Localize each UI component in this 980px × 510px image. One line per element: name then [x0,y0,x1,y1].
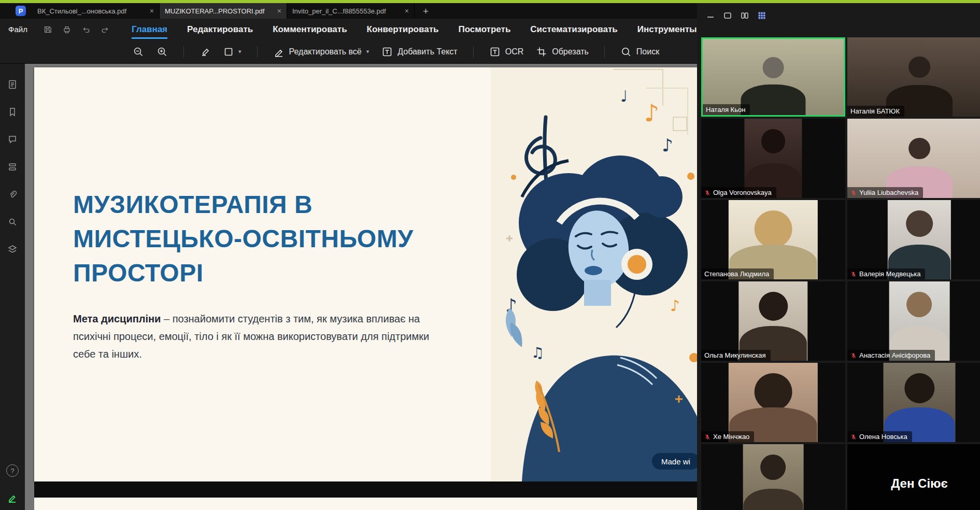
participant-name: Олена Новська [859,433,907,441]
add-text-button[interactable]: Добавить Текст [381,46,457,58]
person-silhouette-head [908,56,930,78]
participant-name: Olga Voronovskaya [713,189,772,196]
tab-tools[interactable]: Инструменты [637,20,697,39]
document-tab-3[interactable]: Invito_per_il_C...f8855553e.pdf × [287,3,415,19]
search-icon [620,46,632,58]
participant-name-label: Yuliia Liubachevska [847,187,923,198]
participant-name: Хе Мінчжао [713,433,749,441]
participant-tile[interactable]: Олена Новська [847,363,980,442]
participant-tile[interactable]: Yuliia Liubachevska [847,119,980,198]
person-silhouette-head [763,57,784,78]
redo-icon[interactable] [101,25,110,34]
zoom-window: Наталя КьонНаталія БАТЮКOlga Voronovskay… [697,3,980,510]
document-canvas[interactable]: МУЗИКОТЕРАПІЯ В МИСТЕЦЬКО-ОСВІТНЬОМУ ПРО… [25,64,697,510]
person-silhouette-torso [741,84,805,115]
gallery-grid-icon[interactable] [758,11,766,20]
person-silhouette-head [761,129,786,153]
screen-share-border [0,0,980,3]
shape-rect-icon [223,47,234,57]
new-tab-button[interactable]: + [423,6,429,16]
participant-tile[interactable]: Ден Сіює [847,444,980,510]
participant-name-label: Валерія Медвецька [847,268,925,279]
add-text-label: Добавить Текст [397,47,457,56]
minimize-icon[interactable] [706,11,715,20]
thumbnails-panel-icon[interactable] [7,79,18,90]
participant-tile[interactable]: Хе Мінчжао [701,363,845,442]
participant-tile[interactable]: Olga Voronovskaya [701,119,845,198]
bookmarks-panel-icon[interactable] [7,107,18,117]
participant-tile[interactable]: Степанова Людмила [701,200,845,279]
pdfelement-logo[interactable]: P [16,6,26,16]
side-by-side-view-icon[interactable] [741,11,749,20]
tab-organize[interactable]: Систематизировать [530,20,617,39]
annotate-pencil-button[interactable] [7,492,18,504]
participant-name-label: Наталя Кьон [703,104,750,115]
participant-name-label: Хе Мінчжао [701,431,754,442]
ocr-button[interactable]: OCR [489,46,524,58]
tab-view[interactable]: Посмотреть [458,20,510,39]
participant-name-label: Наталія БАТЮК [847,106,904,117]
slide-title: МУЗИКОТЕРАПІЯ В МИСТЕЦЬКО-ОСВІТНЬОМУ ПРО… [73,188,414,290]
edit-pencil-icon [273,46,285,58]
quick-actions [43,25,110,34]
document-tab-2-active[interactable]: MUZIKOTERAP...PROSTORI.pdf × [160,3,287,19]
edit-all-button[interactable]: Редактировать всё ▾ [273,46,370,58]
participant-name-label: Олена Новська [847,431,912,442]
save-icon[interactable] [43,25,52,34]
participant-name-label: Степанова Людмила [701,268,774,279]
tab-close-icon[interactable]: × [150,7,154,15]
pdf-page-2[interactable] [34,498,697,510]
layers-panel-icon[interactable] [7,244,18,254]
speaker-view-icon[interactable] [723,11,732,20]
tab-label: MUZIKOTERAP...PROSTORI.pdf [165,7,273,15]
participant-tile[interactable]: Анастасія Анісіфорова [847,281,980,361]
person-silhouette-head [904,373,934,403]
ribbon-tabs: Главная Редактировать Комментировать Кон… [132,20,697,39]
crop-label: Обрезать [552,47,589,56]
comments-panel-icon[interactable] [7,134,18,145]
muted-mic-icon [850,190,857,196]
menu-bar: Файл Главная Редактировать Комментироват… [0,19,697,40]
svg-text:♫: ♫ [531,344,544,361]
crop-button[interactable]: Обрезать [536,46,589,58]
pdf-page-1[interactable]: МУЗИКОТЕРАПІЯ В МИСТЕЦЬКО-ОСВІТНЬОМУ ПРО… [34,67,697,481]
document-tab-1[interactable]: ВК_Стильові_...оновська.pdf × [32,3,160,19]
tab-close-icon[interactable]: × [405,7,409,15]
svg-text:♪: ♪ [670,296,680,315]
zoom-in-button[interactable] [157,46,168,58]
participant-video [889,281,950,361]
help-button[interactable]: ? [6,464,19,477]
participant-video [884,363,956,442]
undo-icon[interactable] [81,25,91,34]
participant-name: Анастасія Анісіфорова [859,351,930,359]
shape-tool-button[interactable]: ▾ [223,47,242,57]
file-menu[interactable]: Файл [8,25,27,34]
pdf-editor-window: P ВК_Стильові_...оновська.pdf × MUZIKOTE… [0,3,697,510]
zoom-out-button[interactable] [133,46,144,58]
participant-gallery: Наталя КьонНаталія БАТЮКOlga Voronovskay… [701,37,980,510]
tab-home[interactable]: Главная [132,20,167,39]
participant-tile[interactable]: Наталія БАТЮК [847,37,980,117]
tab-close-icon[interactable]: × [277,7,281,15]
tab-comment[interactable]: Комментировать [273,20,347,39]
search-button[interactable]: Поиск [620,46,659,58]
participant-name-label: Анастасія Анісіфорова [847,350,935,361]
tab-convert[interactable]: Конвертировать [367,20,439,39]
person-silhouette-head [759,292,788,321]
print-icon[interactable] [62,25,72,34]
participant-name: Yuliia Liubachevska [859,189,918,196]
search-panel-icon[interactable] [7,217,18,227]
muted-mic-icon [850,352,857,359]
highlighter-button[interactable] [200,46,211,58]
participant-tile[interactable] [701,444,845,510]
attachments-panel-icon[interactable] [7,189,18,200]
person-silhouette-head [906,292,932,317]
participant-tile[interactable]: Ольга Микулинская [701,281,845,361]
made-with-badge[interactable]: Made wi [652,453,697,470]
tab-edit[interactable]: Редактировать [187,20,253,39]
pages-panel-icon[interactable] [7,162,18,172]
participant-tile[interactable]: Валерія Медвецька [847,200,980,279]
participant-tile[interactable]: Наталя Кьон [701,37,845,117]
person-silhouette-head [760,455,786,480]
participant-video [703,39,844,115]
